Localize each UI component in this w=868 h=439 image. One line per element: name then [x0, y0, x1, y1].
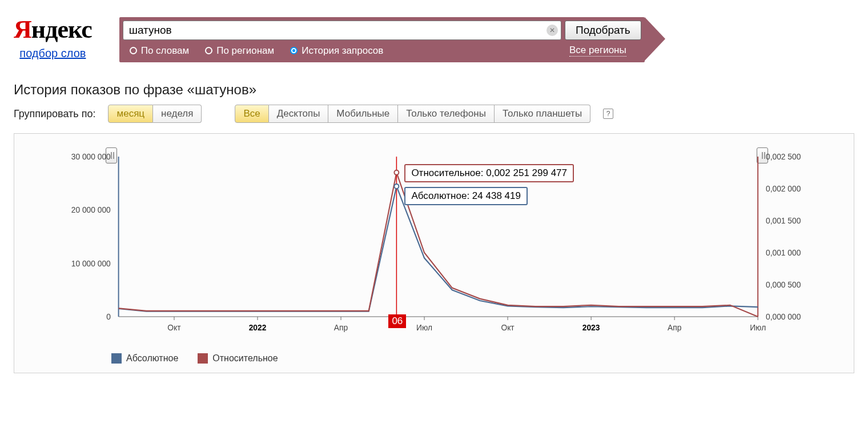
svg-text:0: 0	[106, 312, 111, 321]
device-btn-Только планшеты[interactable]: Только планшеты	[495, 105, 590, 123]
svg-text:Окт: Окт	[501, 323, 515, 332]
svg-text:0,001 000: 0,001 000	[766, 248, 801, 257]
svg-text:0,000 500: 0,000 500	[766, 280, 801, 289]
radio-По словам[interactable]: По словам	[130, 45, 189, 57]
legend-item: Абсолютное	[111, 353, 178, 364]
svg-text:2022: 2022	[249, 323, 267, 332]
svg-text:0,002 500: 0,002 500	[766, 152, 801, 161]
svg-text:20 000 000: 20 000 000	[71, 205, 111, 214]
period-btn-неделя[interactable]: неделя	[153, 105, 202, 123]
tooltip-relative: Относительное: 0,002 251 299 477	[404, 164, 574, 182]
svg-text:Июл: Июл	[750, 323, 766, 332]
page-title: История показов по фразе «шатунов»	[14, 82, 854, 98]
radio-История запросов[interactable]: История запросов	[290, 45, 383, 57]
svg-text:Апр: Апр	[668, 323, 682, 332]
chart-container: 30 000 00020 000 00010 000 00000,002 500…	[14, 133, 854, 373]
clear-icon[interactable]: ✕	[546, 25, 558, 36]
svg-text:0,002 000: 0,002 000	[766, 184, 801, 193]
logo: Яндекс	[14, 17, 92, 42]
svg-point-31	[394, 170, 399, 175]
device-btn-Все[interactable]: Все	[235, 105, 268, 123]
tooltip-absolute: Абсолютное: 24 438 419	[404, 187, 528, 205]
wordstat-link[interactable]: подбор слов	[19, 47, 86, 60]
radio-dot-icon	[205, 47, 212, 54]
search-button[interactable]: Подобрать	[565, 21, 641, 40]
svg-text:0,000 000: 0,000 000	[766, 312, 801, 321]
period-btn-месяц[interactable]: месяц	[108, 105, 153, 123]
svg-text:Апр: Апр	[334, 323, 348, 332]
svg-point-30	[394, 184, 399, 189]
svg-text:10 000 000: 10 000 000	[71, 259, 111, 268]
panel-arrow-icon	[645, 17, 665, 61]
legend-item: Относительное	[198, 353, 278, 364]
search-input[interactable]	[123, 21, 561, 40]
svg-text:Окт: Окт	[167, 323, 181, 332]
device-btn-Только телефоны[interactable]: Только телефоны	[398, 105, 495, 123]
svg-text:0,001 500: 0,001 500	[766, 216, 801, 225]
legend-swatch-icon	[198, 353, 208, 364]
region-link[interactable]: Все регионы	[569, 45, 626, 57]
svg-text:2023: 2023	[582, 323, 600, 332]
month-badge: 06	[388, 314, 406, 328]
radio-По регионам[interactable]: По регионам	[205, 45, 274, 57]
svg-text:Июл: Июл	[416, 323, 432, 332]
group-by-label: Группировать по:	[14, 108, 95, 120]
svg-text:30 000 000: 30 000 000	[71, 152, 111, 161]
help-icon[interactable]: ?	[603, 109, 613, 119]
radio-dot-icon	[290, 47, 298, 54]
device-btn-Десктопы[interactable]: Десктопы	[269, 105, 329, 123]
radio-dot-icon	[130, 47, 137, 54]
search-panel: ✕ Подобрать По словамПо регионамИстория …	[119, 17, 645, 62]
legend-swatch-icon	[111, 353, 122, 364]
device-btn-Мобильные[interactable]: Мобильные	[328, 105, 398, 123]
